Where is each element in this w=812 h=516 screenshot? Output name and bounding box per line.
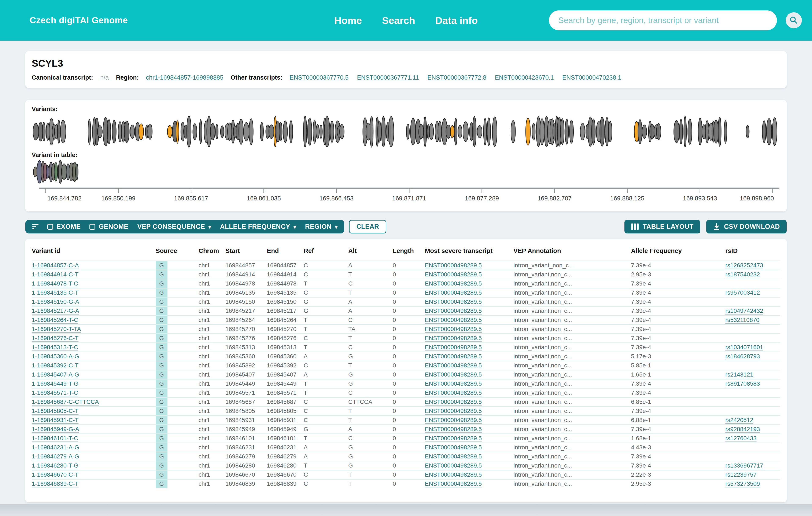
most-severe-transcript-link[interactable]: ENST00000498289.5 [425, 289, 482, 296]
variant-id-link[interactable]: 1-169844978-T-C [32, 280, 78, 287]
most-severe-transcript-link[interactable]: ENST00000498289.5 [425, 362, 482, 369]
most-severe-transcript-link[interactable]: ENST00000498289.5 [425, 307, 482, 314]
variant-ellipse-highlight[interactable] [451, 126, 455, 138]
csv-download-button[interactable]: CSV DOWNLOAD [706, 220, 787, 234]
variant-ellipse[interactable] [656, 124, 661, 140]
most-severe-transcript-link[interactable]: ENST00000498289.5 [425, 453, 482, 460]
variant-ellipse[interactable] [76, 164, 78, 180]
most-severe-transcript-link[interactable]: ENST00000498289.5 [425, 399, 482, 405]
vep-consequence-dropdown[interactable]: VEP CONSEQUENCE ▾ [137, 223, 211, 230]
table-layout-button[interactable]: TABLE LAYOUT [625, 220, 700, 234]
variant-id-link[interactable]: 1-169845687-C-CTTCCA [32, 399, 99, 405]
transcript-link[interactable]: ENST00000367771.11 [357, 74, 419, 81]
variant-ellipse[interactable] [330, 121, 334, 142]
rsid-link[interactable]: rs2420512 [725, 417, 753, 423]
variant-ellipse[interactable] [88, 119, 91, 144]
most-severe-transcript-link[interactable]: ENST00000498289.5 [425, 353, 482, 360]
rsid-link[interactable]: rs2143121 [725, 371, 753, 378]
variant-id-link[interactable]: 1-169845276-C-T [32, 335, 79, 342]
variant-ellipse[interactable] [320, 125, 322, 138]
rsid-link[interactable]: rs573273509 [725, 481, 760, 487]
variant-id-link[interactable]: 1-169844857-C-A [32, 262, 79, 269]
variant-id-link[interactable]: 1-169845805-C-T [32, 408, 79, 414]
most-severe-transcript-link[interactable]: ENST00000498289.5 [425, 280, 482, 287]
rsid-link[interactable]: rs12239757 [725, 471, 757, 478]
variant-id-link[interactable]: 1-169846279-A-G [32, 453, 79, 460]
most-severe-transcript-link[interactable]: ENST00000498289.5 [425, 471, 482, 478]
variant-ellipse[interactable] [370, 116, 373, 147]
variant-ellipse[interactable] [112, 120, 116, 143]
most-severe-transcript-link[interactable]: ENST00000498289.5 [425, 298, 482, 305]
variant-ellipse[interactable] [484, 118, 487, 145]
exome-filter[interactable]: EXOME [47, 223, 81, 230]
variant-ellipse[interactable] [762, 120, 766, 143]
rsid-link[interactable]: rs1034071601 [725, 344, 763, 351]
variant-ellipse[interactable] [705, 120, 709, 143]
variant-ellipse[interactable] [118, 122, 122, 142]
variant-ellipse[interactable] [688, 119, 692, 144]
most-severe-transcript-link[interactable]: ENST00000498289.5 [425, 380, 482, 387]
variant-id-link[interactable]: 1-169846231-A-G [32, 444, 79, 451]
variant-ellipse[interactable] [532, 123, 535, 140]
variant-id-link[interactable]: 1-169846839-C-T [32, 481, 79, 487]
most-severe-transcript-link[interactable]: ENST00000498289.5 [425, 271, 482, 278]
variant-id-link[interactable]: 1-169846101-T-C [32, 435, 78, 441]
most-severe-transcript-link[interactable]: ENST00000498289.5 [425, 262, 482, 269]
variant-ellipse[interactable] [58, 120, 60, 143]
variant-ellipse[interactable] [679, 119, 683, 144]
variant-id-link[interactable]: 1-169845150-G-A [32, 298, 79, 305]
variant-ellipse[interactable] [609, 121, 612, 142]
transcript-link[interactable]: ENST00000367772.8 [427, 74, 486, 81]
genome-filter[interactable]: GENOME [89, 223, 128, 230]
variant-ellipse[interactable] [340, 125, 344, 139]
variant-id-link[interactable]: 1-169845931-C-T [32, 417, 79, 423]
variant-ellipse[interactable] [221, 126, 224, 138]
variant-ellipse[interactable] [714, 120, 719, 143]
variant-ellipse-highlight[interactable] [526, 118, 530, 145]
search-input[interactable] [549, 10, 777, 30]
variant-ellipse[interactable] [438, 121, 442, 142]
variant-ellipse[interactable] [429, 124, 434, 140]
variant-ellipse[interactable] [560, 119, 564, 145]
variant-id-link[interactable]: 1-169846670-C-T [32, 471, 79, 478]
most-severe-transcript-link[interactable]: ENST00000498289.5 [425, 444, 482, 451]
most-severe-transcript-link[interactable]: ENST00000498289.5 [425, 462, 482, 469]
variant-ellipse[interactable] [580, 123, 585, 140]
most-severe-transcript-link[interactable]: ENST00000498289.5 [425, 317, 482, 323]
variant-id-link[interactable]: 1-169845270-T-TA [32, 326, 81, 332]
variant-ellipse[interactable] [477, 126, 482, 138]
rsid-link[interactable]: rs1268252473 [725, 262, 763, 269]
variant-ellipse[interactable] [42, 122, 45, 141]
variant-ellipse[interactable] [540, 118, 544, 144]
variant-ellipse[interactable] [46, 123, 49, 140]
variant-ellipse[interactable] [570, 120, 573, 143]
most-severe-transcript-link[interactable]: ENST00000498289.5 [425, 326, 482, 332]
region-dropdown[interactable]: REGION ▾ [305, 223, 338, 230]
variant-ellipse[interactable] [600, 117, 605, 146]
variant-ellipse[interactable] [130, 125, 135, 138]
variant-ellipse[interactable] [33, 123, 38, 140]
variant-ellipse[interactable] [463, 122, 468, 142]
rsid-link[interactable]: rs1336967717 [725, 462, 763, 469]
variant-ellipse[interactable] [724, 120, 727, 143]
variant-ellipse[interactable] [642, 125, 646, 138]
variant-ellipse[interactable] [283, 121, 287, 142]
transcript-link[interactable]: ENST00000367770.5 [289, 74, 348, 81]
variant-ellipse[interactable] [487, 118, 491, 145]
variant-ellipse[interactable] [592, 119, 596, 144]
variant-ellipse[interactable] [260, 122, 263, 141]
variant-id-link[interactable]: 1-169845449-T-G [32, 380, 79, 387]
variant-ellipse-highlight[interactable] [176, 120, 179, 143]
rsid-link[interactable]: rs957003412 [725, 289, 760, 296]
variant-ellipse[interactable] [378, 121, 381, 142]
most-severe-transcript-link[interactable]: ENST00000498289.5 [425, 371, 482, 378]
most-severe-transcript-link[interactable]: ENST00000498289.5 [425, 435, 482, 441]
region-link[interactable]: chr1-169844857-169898885 [146, 74, 223, 81]
variant-ellipse[interactable] [410, 118, 416, 145]
variant-ellipse[interactable] [279, 122, 282, 141]
search-button[interactable] [786, 12, 802, 28]
rsid-link[interactable]: rs532110870 [725, 317, 759, 323]
variant-ellipse[interactable] [511, 120, 515, 143]
variant-ellipse[interactable] [674, 120, 679, 143]
nav-search[interactable]: Search [382, 15, 415, 26]
